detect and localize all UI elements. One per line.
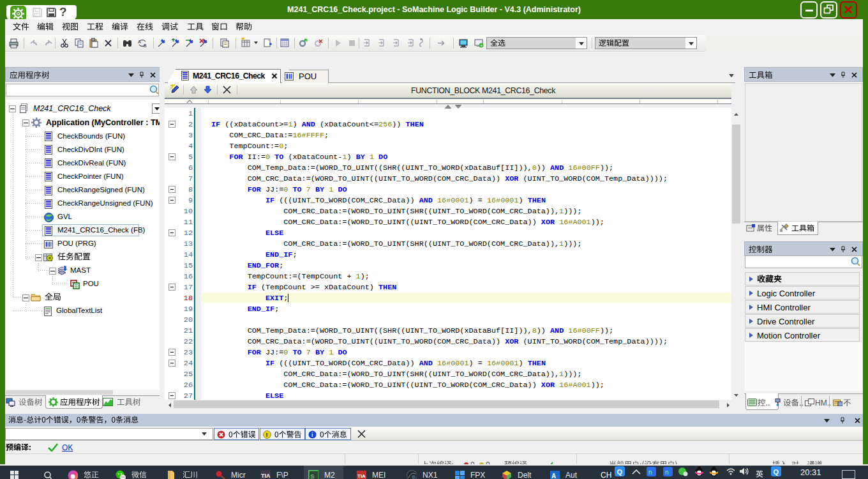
- svg-text:TIA: TIA: [261, 473, 271, 479]
- svg-text:i: i: [311, 432, 313, 438]
- svg-text:!: !: [266, 432, 268, 438]
- svg-text:Q: Q: [617, 468, 623, 476]
- svg-text:A: A: [551, 473, 556, 479]
- svg-text:A: A: [138, 40, 141, 44]
- svg-text:+: +: [305, 39, 308, 43]
- svg-text:TIA: TIA: [357, 473, 366, 479]
- svg-text:Q: Q: [774, 468, 779, 476]
- svg-text:n: n: [648, 469, 652, 476]
- svg-text:+: +: [480, 43, 483, 48]
- svg-text:B: B: [144, 43, 147, 48]
- svg-text:n: n: [665, 469, 669, 476]
